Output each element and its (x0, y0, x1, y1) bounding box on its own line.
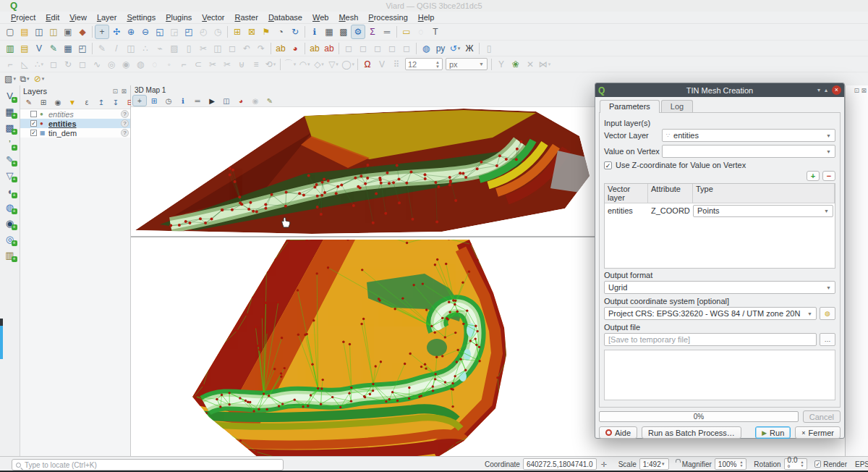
coordinate-input[interactable]: 640272.5,1804741.0 (523, 458, 597, 470)
copy-features-icon[interactable]: ◫ (210, 41, 225, 56)
layer-item-tin_dem[interactable]: ✓▦tin_dem? (20, 128, 130, 138)
save-layer-edits-icon[interactable]: ◫ (124, 41, 138, 56)
diagram-options-icon[interactable]: ab (322, 41, 336, 56)
menu-mesh[interactable]: Mesh (333, 12, 363, 22)
self-snapping-icon[interactable]: ✕ (523, 57, 537, 72)
map-theme-icon[interactable]: ◕ (234, 95, 248, 106)
statistical-summary-icon[interactable]: Σ (365, 25, 380, 39)
move-label-icon[interactable]: ◻ (370, 41, 385, 56)
new-3d-map-view-icon[interactable]: ⊠ (244, 25, 259, 39)
extents-toggle-icon[interactable]: ✛ (597, 458, 611, 470)
rotate-point-symbols-icon[interactable]: ⟲▾ (263, 57, 278, 72)
camera-control-pan-icon[interactable]: + (132, 95, 147, 106)
layer-crs-warning-badge[interactable]: ? (121, 110, 129, 118)
add-part-icon[interactable]: ◉ (119, 57, 133, 72)
output-crs-combo[interactable]: Project CRS: EPSG:32620 - WGS 84 / UTM z… (604, 307, 817, 320)
deselect-features-icon[interactable]: ⧉▾ (17, 73, 32, 85)
delete-selected-icon[interactable]: ▯ (182, 41, 196, 56)
locator-input[interactable]: Type to locate (Ctrl+K) (12, 459, 284, 471)
text-annotation-icon[interactable]: T (428, 25, 443, 39)
simplify-feature-icon[interactable]: ∿ (90, 57, 104, 72)
add-ring-icon[interactable]: ◎ (104, 57, 119, 72)
zoom-last-icon[interactable]: ◴ (196, 25, 210, 39)
enable-snapping-icon[interactable]: Ω (360, 57, 375, 72)
type-combo[interactable]: Points ▼ (693, 205, 833, 217)
add-group-icon[interactable]: ⊞ (36, 97, 51, 109)
field-calculator-icon[interactable]: ▩ (336, 25, 351, 39)
menu-plugins[interactable]: Plugins (161, 12, 197, 22)
new-shapefile-layer-icon[interactable]: V (32, 41, 46, 56)
camera-options-icon[interactable]: ◉ (248, 95, 263, 106)
add-wfs-layer-icon[interactable]: ◎+ (3, 232, 17, 246)
menu-raster[interactable]: Raster (229, 12, 263, 22)
layer-visibility-checkbox[interactable]: ✓ (30, 120, 37, 127)
rotate-label-icon[interactable]: ◻ (385, 41, 399, 56)
cut-features-icon[interactable]: ✂ (196, 41, 210, 56)
project-properties-icon[interactable]: ▣ (61, 25, 75, 39)
dialog-close-icon[interactable]: × (832, 85, 841, 95)
filter-by-expression-icon[interactable]: ε (80, 97, 94, 109)
menu-view[interactable]: View (64, 12, 92, 22)
zoom-next-icon[interactable]: ◷ (210, 25, 225, 39)
add-vector-layer-icon[interactable]: V+ (3, 88, 17, 103)
new-project-icon[interactable]: ▢ (3, 25, 17, 39)
menu-project[interactable]: Project (6, 12, 41, 22)
current-edits-icon[interactable]: ✎ (95, 41, 109, 56)
split-features-icon[interactable]: ✂ (205, 57, 220, 72)
menu-layer[interactable]: Layer (92, 12, 122, 22)
magnifier-spinner[interactable]: 100%▲▼ (715, 458, 747, 470)
digitize-with-segment-icon[interactable]: ⌐ (3, 57, 17, 72)
rotation-spinner[interactable]: 0.0 °▲▼ (784, 458, 808, 470)
python-console-icon[interactable]: py (433, 41, 448, 56)
spatial-bookmarks-icon[interactable]: ⚑ (259, 25, 273, 39)
right-panel-window-buttons[interactable]: ⊡ ⊠ (846, 85, 868, 94)
delete-ring-icon[interactable]: ◌ (148, 57, 162, 72)
close-button[interactable]: × Fermer (795, 426, 841, 439)
redo-icon[interactable]: ↷ (254, 41, 268, 56)
offset-curve-icon[interactable]: ⊂ (191, 57, 205, 72)
style-manager-icon[interactable]: ◆ (75, 25, 90, 39)
output-format-combo[interactable]: Ugrid ▼ (604, 281, 835, 294)
zoom-full-extent-icon[interactable]: ⊞ (147, 95, 161, 106)
layer-item-entities[interactable]: ✓●entities? (20, 119, 130, 128)
menu-settings[interactable]: Settings (122, 12, 161, 22)
layer-crs-warning-badge[interactable]: ? (121, 129, 129, 137)
pan-map-icon[interactable]: + (95, 25, 109, 39)
identify-3d-icon[interactable]: ℹ (176, 95, 190, 106)
toggle-editing-icon[interactable]: / (109, 41, 124, 56)
use-z-checkbox[interactable]: ✓ (604, 161, 612, 169)
zoom-to-layer-icon[interactable]: ◰ (182, 25, 196, 39)
menu-edit[interactable]: Edit (41, 12, 64, 22)
curve-digitize-icon[interactable]: ⌒▾ (283, 57, 297, 72)
new-spatialite-layer-icon[interactable]: ✎ (46, 41, 61, 56)
paste-features-icon[interactable]: ◻ (225, 41, 239, 56)
zoom-full-icon[interactable]: ◱ (153, 25, 167, 39)
zoom-out-icon[interactable]: ⊖ (138, 25, 153, 39)
crs-status[interactable]: EPSG:32620 (855, 460, 868, 468)
remove-row-button[interactable]: − (822, 171, 835, 181)
configure-3d-icon[interactable]: ✎ (263, 95, 277, 106)
dialog-restore-icon[interactable]: ▴ (825, 87, 827, 93)
metasearch-icon[interactable]: ◍ (419, 41, 433, 56)
vertex-tool-icon[interactable]: ⌁ (153, 41, 167, 56)
add-postgis-layer-icon[interactable]: ▽+ (3, 168, 17, 182)
zoom-to-selection-icon[interactable]: ◲ (167, 25, 182, 39)
expand-all-icon[interactable]: ↥ (94, 97, 109, 109)
snapping-type-icon[interactable]: ⠿ (389, 57, 404, 72)
ellipse-digitize-icon[interactable]: ◯▾ (341, 57, 355, 72)
dialog-titlebar[interactable]: Q TIN Mesh Creation ▾ ▴ × (595, 83, 844, 97)
dialog-minimize-icon[interactable]: ▾ (817, 87, 820, 93)
new-map-view-icon[interactable]: ⊞ (230, 25, 244, 39)
layers-panel-window-buttons[interactable]: ⊡ ⊠ (112, 88, 127, 95)
measure-3d-icon[interactable]: ═ (190, 95, 205, 106)
new-mesh-layer-icon[interactable]: ▦ (61, 41, 75, 56)
add-virtual-layer-icon[interactable]: ▥+ (3, 248, 17, 262)
add-mesh-layer-icon[interactable]: ▩+ (3, 120, 17, 135)
open-project-icon[interactable]: ▤ (17, 25, 32, 39)
new-virtual-layer-icon[interactable]: ◰ (75, 41, 90, 56)
filter-legend-icon[interactable]: ▼ (65, 97, 80, 109)
menu-database[interactable]: Database (263, 12, 307, 22)
select-features-by-area-icon[interactable]: ▧▾ (3, 73, 17, 85)
layer-diagram-icon[interactable]: ◕ (288, 41, 302, 56)
dock-tab-indicator[interactable] (0, 326, 3, 359)
